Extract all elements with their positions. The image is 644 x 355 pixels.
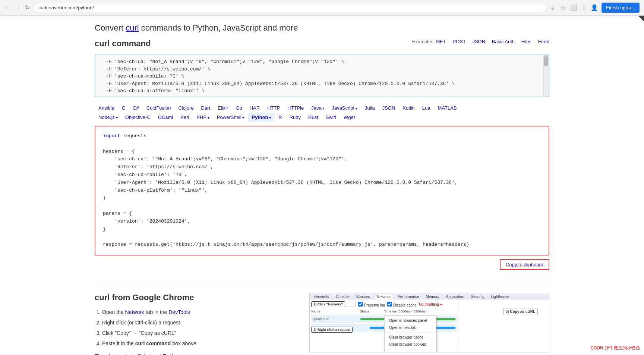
example-files[interactable]: Files	[521, 39, 531, 44]
lang-tabs-row1: Ansible C C# ColdFusion Clojure Dart Eli…	[95, 103, 549, 113]
preserve-log-label: Preserve log	[358, 302, 385, 307]
sep2: -	[467, 39, 471, 44]
disable-cache-checkbox[interactable]	[387, 302, 392, 307]
devtools-body: ◌ ▿ Preserve log Disable cache No thrott…	[310, 300, 549, 351]
tab-coldfusion[interactable]: ColdFusion	[143, 103, 175, 113]
tab-php[interactable]: PHP	[193, 113, 213, 122]
tab-csharp[interactable]: C#	[129, 103, 143, 113]
disable-cache-label: Disable cache	[387, 302, 417, 307]
tab-lua[interactable]: Lua	[419, 103, 434, 113]
tab-ansible[interactable]: Ansible	[95, 103, 118, 113]
devtools-tab-security: Security	[468, 294, 486, 300]
tab-clojure[interactable]: Clojure	[174, 103, 197, 113]
devtools-tab-memory: Memory	[423, 294, 441, 300]
example-get[interactable]: GET	[436, 39, 446, 44]
step2-label: 2) Right click a request	[311, 327, 353, 333]
tab-http[interactable]: HTTP	[263, 103, 284, 113]
instructions: curl from Google Chrome Open the Network…	[95, 293, 294, 355]
tab-go[interactable]: Go	[232, 103, 246, 113]
finish-update-button[interactable]: Finish upda...	[602, 3, 640, 13]
tab-objectivec[interactable]: Objective-C	[121, 113, 154, 122]
devtools-right: 3) Copy as cURL	[459, 300, 549, 351]
refresh-icon[interactable]: ↻	[24, 4, 31, 11]
browser-actions: ⇓ ☆ ⬜ | 👤 Finish upda...	[549, 3, 640, 13]
devtools-tabs: Elements Console Sources Network Perform…	[310, 293, 549, 300]
also-works: This also works in Safari and Firefox.	[95, 353, 294, 355]
tab-json[interactable]: JSON	[379, 103, 399, 113]
list-item: Click "Copy" → "Copy as cURL"	[102, 328, 294, 338]
safari-link[interactable]: Safari	[138, 353, 151, 355]
devtools-mockup: Elements Console Sources Network Perform…	[309, 293, 549, 352]
tab-java[interactable]: Java	[307, 103, 328, 113]
ctx-copy-link: Copy link address	[385, 351, 436, 352]
tab-httppie[interactable]: HTTPie	[284, 103, 307, 113]
tab-rust[interactable]: Rust	[304, 113, 322, 122]
separator: |	[581, 4, 587, 11]
tab-python[interactable]: Python	[248, 113, 275, 122]
devtools-tab-application: Application	[444, 294, 467, 300]
tab-ruby[interactable]: Ruby	[286, 113, 304, 122]
context-menu: Open in Sources panel Open in new tab Cl…	[384, 315, 436, 352]
tab-julia[interactable]: Julia	[361, 103, 379, 113]
curl-textarea-wrapper: -H 'sec-ch-ua: "Not_A Brand";v="8", "Chr…	[95, 54, 549, 97]
row-name-1: github.com	[313, 317, 360, 321]
tab-powershell[interactable]: PowerShell	[213, 113, 248, 122]
devtools-tab-performance: Performance	[395, 294, 421, 300]
tab-wget[interactable]: Wget	[340, 113, 359, 122]
fork-ribbon-text: Fork me on Gi...	[622, 16, 644, 24]
browser-controls: ← → ↻	[4, 4, 31, 11]
clipboard-row: Copy to clipboard	[95, 259, 549, 276]
ctx-sep1	[385, 332, 436, 333]
tab-elixir[interactable]: Elixir	[214, 103, 232, 113]
example-basicauth[interactable]: Basic Auth	[492, 39, 515, 44]
curl-link[interactable]: curl	[126, 23, 139, 32]
star-icon[interactable]: ☆	[560, 4, 566, 11]
step3-label: 3) Copy as cURL	[503, 308, 538, 315]
tab-nodejs[interactable]: Node.js	[95, 113, 121, 122]
ctx-open-tab: Open in new tab	[385, 324, 436, 331]
address-bar[interactable]: curlconverter.com/python/	[34, 3, 546, 12]
tab-r[interactable]: R	[275, 113, 285, 122]
tab-perl[interactable]: Perl	[177, 113, 193, 122]
example-post[interactable]: POST	[452, 39, 465, 44]
back-icon[interactable]: ←	[4, 4, 11, 11]
tab-c[interactable]: C	[118, 103, 129, 113]
address-bar-text: curlconverter.com/python/	[38, 5, 94, 10]
tab-javascript[interactable]: JavaScript	[328, 103, 361, 113]
firefox-link[interactable]: Firefox	[163, 353, 179, 355]
step1-label: 1) Click "Network"	[311, 301, 345, 307]
example-form[interactable]: Form	[538, 39, 549, 44]
csdn-watermark: CSDN @牛魔王的小怪鱼	[590, 345, 640, 351]
tab-dart[interactable]: Dart	[198, 103, 214, 113]
ctx-sep2	[385, 349, 436, 349]
browser-chrome: ← → ↻ curlconverter.com/python/ ⇓ ☆ ⬜ | …	[0, 0, 644, 16]
list-item: Right click (or Ctrl-click) a request	[102, 317, 294, 328]
download-icon[interactable]: ⇓	[549, 4, 556, 11]
sep1: -	[447, 39, 452, 44]
devtools-tab-elements: Elements	[311, 294, 331, 300]
sep3: -	[486, 39, 491, 44]
throttle-label: No throttling ▾	[419, 302, 442, 307]
forward-icon[interactable]: →	[14, 4, 21, 11]
curl-scrollbar[interactable]	[543, 54, 549, 97]
tab-ocaml[interactable]: OCaml	[154, 113, 177, 122]
lang-tabs-row2: Node.js Objective-C OCaml Perl PHP Power…	[95, 113, 549, 122]
profile-icon[interactable]: 👤	[591, 4, 598, 11]
devtools-tab-network: Network	[374, 294, 393, 300]
examples-prefix: Examples:	[412, 39, 435, 44]
example-json[interactable]: JSON	[472, 39, 485, 44]
preserve-log-checkbox[interactable]	[358, 302, 363, 307]
sep5: -	[533, 39, 537, 44]
page-content: Convert curl commands to Python, JavaScr…	[83, 16, 561, 355]
tab-kotlin[interactable]: Kotlin	[399, 103, 419, 113]
tab-har[interactable]: HAR	[246, 103, 263, 113]
copy-clipboard-button[interactable]: Copy to clipboard	[500, 259, 549, 270]
devtools-link[interactable]: DevTools	[168, 309, 190, 315]
tab-swift[interactable]: Swift	[322, 113, 340, 122]
sep4: -	[516, 39, 520, 44]
curl-textarea[interactable]: -H 'sec-ch-ua: "Not_A Brand";v="8", "Chr…	[95, 54, 549, 95]
network-link[interactable]: Network	[125, 309, 144, 315]
col-status: Status	[360, 310, 384, 313]
extensions-icon[interactable]: ⬜	[570, 4, 577, 11]
tab-matlab[interactable]: MATLAB	[434, 103, 461, 113]
